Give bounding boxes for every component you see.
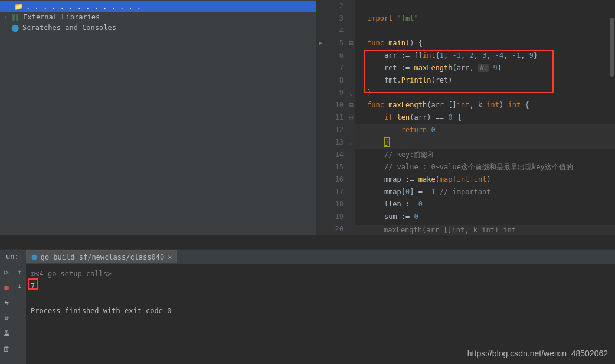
chevron-right-icon: › [4,13,8,21]
highlight-box-code [364,50,554,93]
pin-tab-button[interactable]: ⇆ [1,297,12,308]
editor-breadcrumb[interactable]: maxLength(arr []int, k int) int [355,225,615,235]
rerun-button[interactable]: ▷ [1,267,12,277]
folder-icon: 📁 [14,2,22,11]
highlight-box-output [28,278,38,290]
code-editor[interactable]: ▶ 234567891011121314151617181920 ⊟⌞⊟⊟⌞ i… [316,0,615,235]
exit-message: Process finished with exit code 0 [31,307,171,315]
console-nav-toolbar: ↑ ↓ [13,264,26,364]
print-button[interactable]: 🖶 [1,328,12,339]
go-icon: ⬣ [31,253,37,261]
close-tab-icon[interactable]: × [168,253,172,261]
trash-button[interactable]: 🗑 [1,343,12,354]
tree-item-selected[interactable]: 📁 . . . . . . . . . . . . . . [0,1,316,12]
run-tab-title: go build sf/newclass/class040 [41,253,165,261]
library-icon: ∥∥ [11,13,19,21]
fold-gutter[interactable]: ⊟⌞⊟⊟⌞ [347,0,355,235]
code-content[interactable]: import "fmt" func main() { arr := []int{… [355,0,615,225]
run-tabs-bar: un: ⬣ go build sf/newclass/class040 × [0,249,615,264]
layout-button[interactable]: ⇵ [1,313,12,323]
line-number-gutter: 234567891011121314151617181920 [328,0,347,235]
down-arrow-button[interactable]: ↓ [14,281,25,291]
fold-text: <4 go setup calls> [35,270,112,278]
project-tree[interactable]: 📁 . . . . . . . . . . . . . . › ∥∥ Exter… [0,0,316,235]
editor-scrollbar[interactable] [610,18,614,77]
run-tool-window[interactable]: un: ⬣ go build sf/newclass/class040 × ▷ … [0,249,615,364]
scratch-icon: ⬤ [11,24,19,32]
up-arrow-button[interactable]: ↑ [14,267,25,277]
run-config-tab[interactable]: ⬣ go build sf/newclass/class040 × [26,250,178,263]
run-gutter-icon[interactable]: ▶ [319,40,322,46]
tree-label: . . . . . . . . . . . . . . [26,2,141,11]
tree-label: Scratches and Consoles [22,24,116,32]
tree-item-scratches[interactable]: ⬤ Scratches and Consoles [0,22,316,33]
watermark: https://blog.csdn.net/weixin_48502062 [467,349,608,358]
run-left-toolbar: ▷ ■ ⇆ ⇵ 🖶 🗑 [0,264,13,364]
tree-label: External Libraries [23,13,100,21]
run-label: un: [2,252,22,261]
tree-item-ext-libs[interactable]: › ∥∥ External Libraries [0,12,316,22]
stop-button[interactable]: ■ [1,282,12,293]
